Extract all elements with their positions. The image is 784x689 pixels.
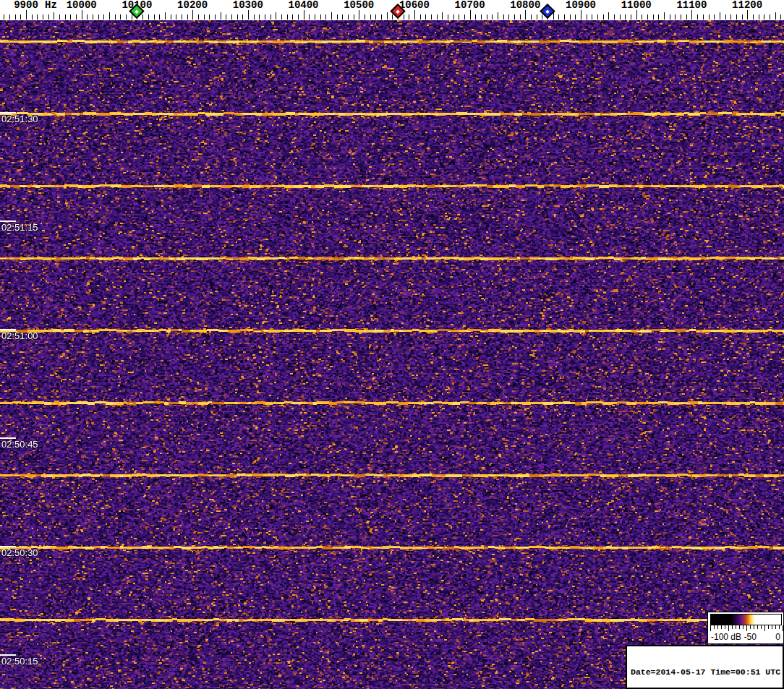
freq-tick: [442, 12, 443, 20]
colorbar-tick: [761, 625, 762, 629]
freq-tick-label: 10000: [67, 0, 97, 10]
freq-tick: [32, 14, 33, 20]
freq-tick-label: 11000: [621, 0, 652, 10]
freq-tick: [498, 12, 498, 20]
freq-tick: [553, 12, 554, 20]
freq-tick: [320, 14, 321, 20]
freq-tick: [126, 14, 127, 20]
freq-tick: [176, 14, 176, 20]
colorbar-tick: [714, 625, 715, 629]
freq-tick: [20, 14, 21, 20]
freq-tick: [270, 14, 271, 20]
freq-tick: [215, 14, 216, 20]
freq-tick-label: 10900: [566, 0, 596, 10]
freq-tick: [664, 12, 665, 20]
freq-tick: [747, 10, 748, 20]
freq-tick: [98, 14, 99, 20]
freq-tick-label: 10200: [177, 0, 208, 10]
freq-tick: [165, 12, 166, 20]
freq-tick: [387, 12, 388, 20]
colorbar-tick: [710, 625, 711, 631]
freq-tick: [159, 14, 160, 20]
freq-tick: [420, 14, 421, 20]
colorbar-tick: [775, 625, 776, 629]
freq-tick: [730, 14, 731, 20]
freq-tick-label: 9900: [14, 0, 38, 10]
colorbar-tick: [717, 625, 718, 629]
freq-tick: [281, 14, 282, 20]
freq-tick: [265, 14, 265, 20]
freq-tick: [304, 10, 304, 20]
freq-tick: [425, 14, 426, 20]
freq-tick-label: 10700: [455, 0, 485, 10]
freq-tick: [670, 14, 670, 20]
freq-tick: [381, 14, 382, 20]
freq-tick: [653, 14, 654, 20]
freq-tick: [658, 14, 659, 20]
freq-tick: [431, 14, 432, 20]
freq-tick: [703, 14, 704, 20]
freq-tick: [481, 14, 482, 20]
freq-tick: [614, 14, 615, 20]
freq-tick: [26, 10, 27, 20]
freq-tick: [154, 14, 155, 20]
colorbar-tick: [721, 625, 722, 629]
freq-tick: [686, 14, 687, 20]
freq-tick: [736, 14, 737, 20]
freq-tick: [48, 14, 49, 20]
colorbar-tick: [779, 625, 780, 629]
freq-tick: [575, 14, 576, 20]
frequency-scale: 9900Hz1000010100102001030010400105001060…: [0, 0, 784, 20]
freq-tick: [453, 14, 454, 20]
freq-tick: [93, 14, 93, 20]
freq-tick: [714, 14, 715, 20]
freq-tick: [287, 14, 288, 20]
freq-tick: [570, 14, 571, 20]
freq-tick: [337, 14, 338, 20]
freq-tick: [248, 10, 249, 20]
freq-tick: [597, 14, 598, 20]
freq-tick: [198, 14, 199, 20]
freq-tick: [487, 14, 487, 20]
freq-tick: [331, 12, 332, 20]
freq-tick: [742, 14, 743, 20]
freq-tick: [647, 14, 648, 20]
freq-tick: [132, 14, 132, 20]
info-date-time: Date=2014-05-17 Time=00:51 UTC: [631, 667, 783, 677]
freq-tick: [508, 14, 509, 20]
freq-tick: [54, 12, 54, 20]
colorbar-tick: [757, 625, 758, 629]
freq-unit-label: Hz: [45, 0, 57, 10]
freq-tick: [514, 14, 515, 20]
freq-tick: [392, 14, 393, 20]
freq-tick: [404, 14, 404, 20]
freq-tick: [775, 12, 776, 20]
freq-tick: [348, 14, 349, 20]
freq-tick: [564, 14, 565, 20]
freq-tick: [148, 14, 149, 20]
colorbar-label-max: 0: [775, 632, 780, 642]
freq-tick-label: 10300: [233, 0, 263, 10]
freq-tick: [15, 14, 16, 20]
colorbar-tick: [725, 625, 725, 629]
colorbar-tick: [768, 625, 769, 629]
colorbar-tick: [728, 625, 729, 631]
waterfall-display-window: 9900Hz1000010100102001030010400105001060…: [0, 0, 784, 689]
colorbar-label-mid: -50: [744, 632, 757, 642]
freq-tick: [770, 14, 770, 20]
intensity-colorbar: -100 dB -50 0: [707, 612, 784, 644]
freq-tick-label: 11200: [732, 0, 762, 10]
freq-tick: [542, 14, 542, 20]
freq-tick: [309, 14, 310, 20]
freq-tick: [171, 14, 171, 20]
colorbar-tick: [772, 625, 772, 629]
freq-tick: [697, 14, 698, 20]
freq-tick: [709, 14, 710, 20]
time-label: 02:50:30: [1, 548, 38, 558]
freq-tick: [470, 10, 471, 20]
freq-tick: [642, 14, 642, 20]
freq-tick: [237, 14, 238, 20]
freq-tick: [354, 14, 354, 20]
freq-tick: [608, 12, 609, 20]
colorbar-gradient: [710, 614, 782, 625]
